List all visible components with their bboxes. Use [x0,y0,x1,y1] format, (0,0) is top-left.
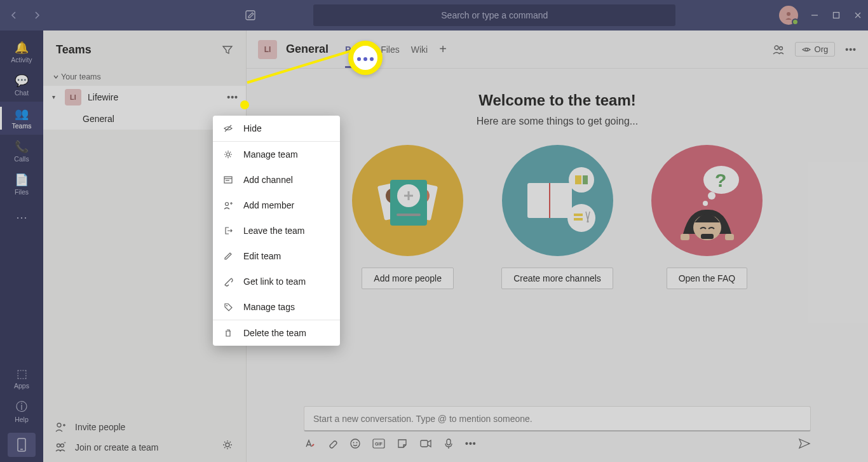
svg-rect-24 [575,175,581,184]
teams-group-label[interactable]: Your teams [43,69,246,85]
ctx-delete-team[interactable]: Delete the team [213,320,340,346]
teams-title: Teams [56,43,222,57]
welcome-heading: Welcome to the team! [247,92,868,109]
svg-text:GIF: GIF [375,442,383,446]
leave-icon [223,226,234,236]
join-create-team-button[interactable]: + Join or create a team [55,442,234,453]
video-icon [419,438,432,449]
people-icon [772,43,785,56]
channel-more-button[interactable]: ••• [845,44,857,55]
team-people-button[interactable] [772,43,785,56]
svg-point-6 [57,423,61,427]
rail-chat[interactable]: 💬 Chat [0,69,43,102]
ctx-leave-team[interactable]: Leave the team [213,218,340,243]
apps-icon: ⬚ [17,367,27,381]
eye-icon [802,45,811,54]
card-illustration-faq: ? [651,145,763,256]
card-illustration-channels [502,145,613,256]
sticker-button[interactable] [397,438,408,449]
chevron-down-icon [53,74,58,79]
smiley-icon [349,438,361,449]
ctx-add-channel[interactable]: Add channel [213,167,340,193]
search-placeholder: Search or type a command [441,10,548,20]
svg-rect-28 [574,218,583,221]
rail-files[interactable]: 📄 Files [0,168,43,201]
svg-point-30 [708,192,715,200]
titlebar: Search or type a command [0,0,868,31]
window-maximize-button[interactable] [831,10,841,20]
svg-point-31 [703,201,708,206]
rail-label: Activity [11,56,32,64]
emoji-button[interactable] [349,438,361,449]
svg-rect-43 [447,439,451,445]
annotation-highlight-circle [348,41,383,75]
ctx-hide[interactable]: Hide [213,116,340,141]
rail-label: Chat [15,89,29,97]
window-minimize-button[interactable] [810,10,820,20]
invite-people-button[interactable]: Invite people [55,421,234,433]
channel-name: General [83,114,114,124]
open-faq-button[interactable]: Open the FAQ [667,268,748,289]
rail-teams[interactable]: 👥 Teams [0,102,43,135]
rail-label: Files [15,188,29,196]
add-more-people-button[interactable]: Add more people [362,268,454,289]
svg-point-7 [57,444,60,447]
team-row-lifewire[interactable]: ▾ LI Lifewire ••• [43,85,246,108]
ctx-manage-tags[interactable]: Manage tags [213,294,340,320]
trash-icon [223,328,234,338]
rail-help[interactable]: ⓘ Help [0,395,43,428]
ctx-manage-team[interactable]: Manage team [213,142,340,167]
rail-label: Teams [12,122,32,130]
gif-button[interactable]: GIF [372,438,385,449]
svg-point-1 [787,12,790,16]
ctx-edit-team[interactable]: Edit team [213,243,340,269]
team-more-button[interactable]: ••• [227,92,238,102]
join-icon: + [55,442,66,453]
presence-indicator [792,18,799,25]
send-button[interactable] [798,438,811,449]
svg-point-37 [351,439,360,448]
attach-button[interactable] [327,438,338,449]
gif-icon: GIF [372,438,385,449]
svg-rect-42 [421,440,428,447]
nav-back-button[interactable] [5,6,23,24]
phone-icon: 📞 [15,140,29,154]
svg-point-38 [353,442,355,444]
rail-activity[interactable]: 🔔 Activity [0,36,43,69]
format-button[interactable] [304,438,315,449]
app-rail: 🔔 Activity 💬 Chat 👥 Teams 📞 Calls 📄 File… [0,31,43,462]
send-icon [798,438,811,449]
rail-more[interactable]: ⋯ [0,201,43,234]
teams-settings-button[interactable] [222,439,233,451]
org-button[interactable]: Org [795,42,836,57]
window-close-button[interactable] [853,10,863,20]
stream-button[interactable] [444,438,454,449]
svg-rect-3 [833,13,839,18]
bell-icon: 🔔 [15,41,29,55]
search-input[interactable]: Search or type a command [313,4,675,26]
svg-text:?: ? [715,170,726,191]
new-message-button[interactable] [241,6,259,24]
add-channel-icon [223,175,234,185]
meet-button[interactable] [419,438,432,449]
create-more-channels-button[interactable]: Create more channels [501,268,613,289]
tab-files[interactable]: Files [381,31,400,68]
tab-wiki[interactable]: Wiki [411,31,428,68]
filter-button[interactable] [222,44,233,55]
paperclip-icon [327,438,338,449]
svg-point-13 [805,48,808,51]
svg-rect-35 [681,234,689,240]
ctx-add-member[interactable]: Add member [213,193,340,218]
compose-more-button[interactable]: ••• [465,438,477,449]
svg-rect-34 [701,234,714,239]
rail-apps[interactable]: ⬚ Apps [0,362,43,395]
add-tab-button[interactable]: + [439,42,447,57]
profile-avatar[interactable] [779,6,798,25]
rail-devices[interactable] [8,433,36,457]
compose-input[interactable]: Start a new conversation. Type @ to ment… [304,406,811,431]
ctx-get-link[interactable]: Get link to team [213,269,340,294]
nav-forward-button[interactable] [28,6,46,24]
annotation-origin-dot [240,100,249,109]
rail-calls[interactable]: 📞 Calls [0,135,43,168]
svg-rect-20 [397,214,421,216]
